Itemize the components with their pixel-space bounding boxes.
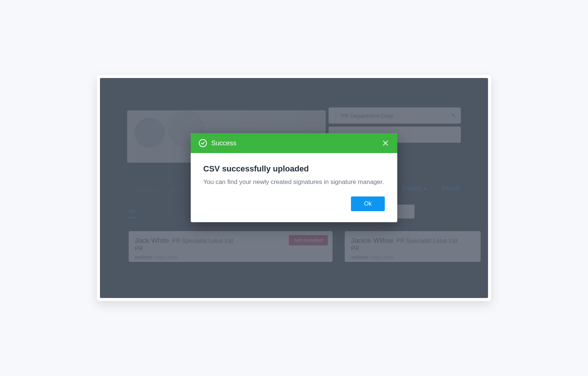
ok-button[interactable]: Ok (351, 196, 385, 211)
app-viewport: INT ⠿ PR Department Copy ✎ ⠿ _MINE Signa… (100, 78, 488, 298)
app-window: INT ⠿ PR Department Copy ✎ ⠿ _MINE Signa… (97, 75, 491, 301)
modal-footer: Ok (191, 196, 397, 222)
modal-header: Success (191, 133, 397, 153)
success-modal: Success CSV successfully uploaded You ca… (191, 133, 397, 222)
success-check-icon (199, 139, 207, 147)
modal-body: CSV successfully uploaded You can find y… (191, 153, 397, 196)
modal-title: CSV successfully uploaded (203, 164, 385, 174)
modal-description: You can find your newly created signatur… (203, 177, 385, 187)
modal-header-label: Success (211, 139, 236, 147)
close-icon[interactable] (382, 139, 389, 147)
